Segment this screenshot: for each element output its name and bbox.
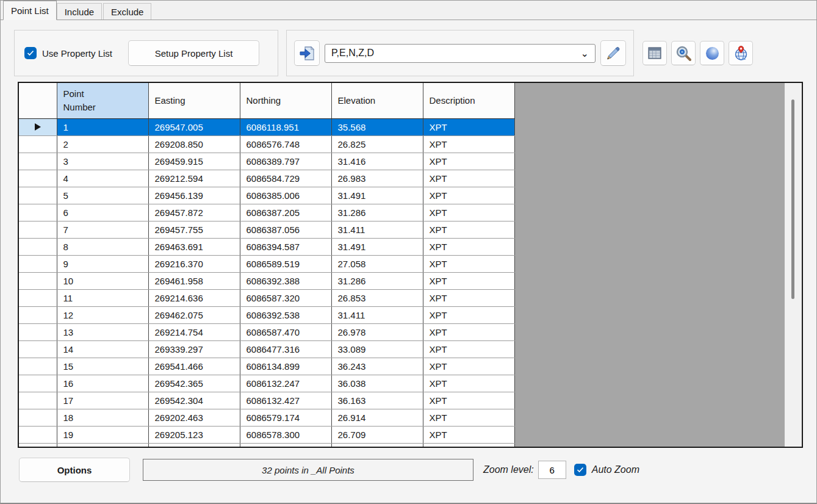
column-header[interactable]: Northing	[240, 83, 331, 118]
table-row[interactable]: 14269339.2976086477.31633.089XPT	[19, 340, 514, 358]
table-cell[interactable]: 269542.304	[148, 392, 240, 409]
table-cell[interactable]: 269461.958	[148, 272, 240, 289]
table-cell[interactable]: XPT	[423, 289, 514, 306]
row-selector-cell[interactable]	[19, 272, 57, 289]
table-cell[interactable]: 26.825	[331, 135, 423, 153]
table-cell[interactable]: 2	[57, 135, 148, 153]
table-cell[interactable]	[240, 443, 331, 448]
table-cell[interactable]: 269457.872	[148, 204, 240, 221]
table-cell[interactable]: 16	[57, 375, 148, 392]
import-points-button[interactable]	[294, 40, 320, 66]
table-row[interactable]: 7269457.7556086387.05631.411XPT	[19, 221, 514, 238]
table-cell[interactable]: 26.853	[331, 289, 423, 306]
table-cell[interactable]: 6086387.056	[240, 221, 331, 238]
table-cell[interactable]: 31.491	[331, 238, 423, 255]
table-cell[interactable]: XPT	[423, 426, 514, 443]
table-cell[interactable]: 17	[57, 392, 148, 409]
table-cell[interactable]: 6086579.174	[240, 409, 331, 426]
table-row[interactable]: 5269456.1396086385.00631.491XPT	[19, 187, 514, 204]
use-property-list-field[interactable]: Use Property List	[24, 47, 112, 59]
table-cell[interactable]: 36.038	[331, 375, 423, 392]
table-row[interactable]: 10269461.9586086392.38831.286XPT	[19, 272, 514, 289]
table-cell[interactable]: XPT	[423, 306, 514, 323]
table-cell[interactable]: 11	[57, 289, 148, 306]
table-row[interactable]: 12269462.0756086392.53831.411XPT	[19, 306, 514, 323]
column-header[interactable]: Description	[423, 83, 514, 118]
zoom-level-input[interactable]	[538, 461, 566, 479]
row-selector-cell[interactable]	[19, 443, 57, 448]
table-cell[interactable]	[331, 443, 423, 448]
row-selector-cell[interactable]	[19, 204, 57, 221]
table-cell[interactable]: 269216.370	[148, 255, 240, 272]
table-row[interactable]: 11269214.6366086587.32026.853XPT	[19, 289, 514, 306]
table-cell[interactable]: 269457.755	[148, 221, 240, 238]
table-cell[interactable]: 13	[57, 323, 148, 340]
row-selector-cell[interactable]	[19, 392, 57, 409]
column-header[interactable]: Easting	[148, 83, 240, 118]
table-cell[interactable]: 10	[57, 272, 148, 289]
table-vertical-scrollbar[interactable]	[785, 83, 802, 447]
table-cell[interactable]: 3	[57, 153, 148, 170]
table-cell[interactable]: 4	[57, 170, 148, 187]
column-header[interactable]: Point Number	[57, 83, 148, 118]
table-row[interactable]: 2269208.8506086576.74826.825XPT	[19, 135, 514, 153]
table-cell[interactable]: 26.709	[331, 426, 423, 443]
table-cell[interactable]: XPT	[423, 358, 514, 375]
table-cell[interactable]: XPT	[423, 204, 514, 221]
table-cell[interactable]: 26.978	[331, 323, 423, 340]
table-row[interactable]: 8269463.6916086394.58731.491XPT	[19, 238, 514, 255]
table-cell[interactable]: 19	[57, 426, 148, 443]
table-cell[interactable]: 269202.463	[148, 409, 240, 426]
table-cell[interactable]: 31.411	[331, 306, 423, 323]
table-cell[interactable]: 6086134.899	[240, 358, 331, 375]
table-row[interactable]: 19269205.1236086578.30026.709XPT	[19, 426, 514, 443]
table-cell[interactable]: 6	[57, 204, 148, 221]
use-property-list-checkbox[interactable]	[24, 47, 37, 59]
table-row[interactable]: 1269547.0056086118.95135.568XPT	[19, 118, 514, 135]
table-cell[interactable]: 15	[57, 358, 148, 375]
row-selector-cell[interactable]	[19, 289, 57, 306]
column-header[interactable]: Elevation	[331, 83, 423, 118]
table-cell[interactable]: 6086118.951	[240, 118, 331, 135]
table-cell[interactable]: 31.411	[331, 221, 423, 238]
table-row[interactable]: 13269214.7546086587.47026.978XPT	[19, 323, 514, 340]
table-cell[interactable]: XPT	[423, 340, 514, 358]
table-cell[interactable]: XPT	[423, 135, 514, 153]
table-cell[interactable]: XPT	[423, 272, 514, 289]
table-cell[interactable]: 6086392.388	[240, 272, 331, 289]
table-cell[interactable]: 6086589.519	[240, 255, 331, 272]
table-cell[interactable]: 269463.691	[148, 238, 240, 255]
row-selector-cell[interactable]	[19, 306, 57, 323]
table-cell[interactable]: 31.491	[331, 187, 423, 204]
table-row[interactable]: 3269459.9156086389.79731.416XPT	[19, 153, 514, 170]
table-cell[interactable]: 269339.297	[148, 340, 240, 358]
table-cell[interactable]: 6086578.300	[240, 426, 331, 443]
table-cell[interactable]: 35.568	[331, 118, 423, 135]
row-selector-cell[interactable]	[19, 426, 57, 443]
row-selector-cell[interactable]	[19, 409, 57, 426]
table-cell[interactable]	[57, 443, 148, 448]
row-selector-cell[interactable]	[19, 323, 57, 340]
setup-property-list-button[interactable]: Setup Property List	[128, 40, 259, 66]
table-cell[interactable]: 269208.850	[148, 135, 240, 153]
table-cell[interactable]: 269214.636	[148, 289, 240, 306]
table-cell[interactable]: 6086385.006	[240, 187, 331, 204]
table-cell[interactable]: 269459.915	[148, 153, 240, 170]
table-cell[interactable]: 9	[57, 255, 148, 272]
table-cell[interactable]: 27.058	[331, 255, 423, 272]
google-earth-button[interactable]	[700, 41, 724, 65]
table-cell[interactable]: 31.286	[331, 204, 423, 221]
table-cell[interactable]: XPT	[423, 118, 514, 135]
table-row[interactable]: 15269541.4666086134.89936.243XPT	[19, 358, 514, 375]
format-combobox[interactable]: P,E,N,Z,D ⌄	[325, 44, 596, 63]
table-cell[interactable]: 26.914	[331, 409, 423, 426]
table-cell[interactable]: 269205.123	[148, 426, 240, 443]
table-cell[interactable]: 269456.139	[148, 187, 240, 204]
tab-exclude[interactable]: Exclude	[103, 3, 151, 20]
table-cell[interactable]: 6086132.247	[240, 375, 331, 392]
row-selector-cell[interactable]	[19, 118, 57, 135]
tab-point-list[interactable]: Point List	[3, 1, 57, 20]
edit-format-button[interactable]	[600, 40, 626, 66]
row-selector-cell[interactable]	[19, 153, 57, 170]
table-cell[interactable]: 6086132.427	[240, 392, 331, 409]
